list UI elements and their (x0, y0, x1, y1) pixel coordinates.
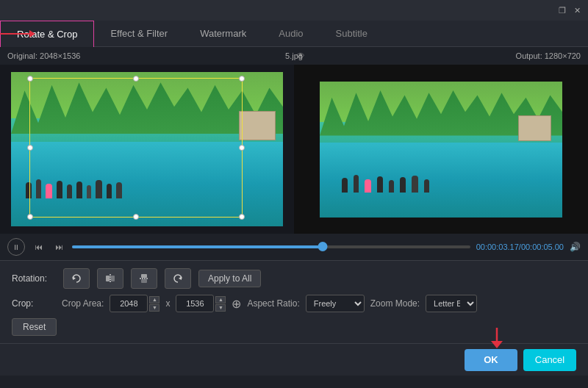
skip-start-button[interactable]: ⏮ (31, 240, 46, 254)
rotation-row: Rotation: (12, 268, 576, 289)
aspect-ratio-select[interactable]: Freely 16:9 4:3 1:1 (306, 295, 365, 312)
bottom-bar: OK Cancel (0, 343, 588, 376)
preview-right (294, 65, 588, 234)
crop-frame[interactable] (29, 78, 243, 218)
svg-rect-4 (111, 276, 115, 281)
crop-height-group: ▲ ▼ (176, 295, 226, 312)
zoom-mode-select[interactable]: Letter Box Pan & Scan Full (426, 295, 477, 312)
title-bar: ❐ ✕ (0, 0, 588, 21)
crop-handle-tc[interactable] (133, 76, 139, 82)
close-button[interactable]: ✕ (572, 5, 582, 15)
crop-height-spinner: ▲ ▼ (215, 296, 226, 312)
preview-area (0, 65, 588, 234)
crop-width-group: ▲ ▼ (110, 295, 159, 312)
progress-handle[interactable] (318, 242, 328, 251)
rotation-label: Rotation: (12, 273, 56, 284)
svg-marker-11 (491, 341, 503, 348)
crop-handle-tl[interactable] (27, 76, 33, 82)
crop-handle-tr[interactable] (239, 76, 245, 82)
flip-horizontal-button[interactable] (97, 268, 123, 289)
restore-button[interactable]: ❐ (557, 5, 567, 15)
reset-button[interactable]: Reset (12, 318, 57, 336)
progress-bar[interactable] (72, 245, 470, 248)
svg-rect-3 (106, 276, 110, 281)
ok-arrow-indicator (488, 328, 506, 354)
aspect-ratio-label: Aspect Ratio: (247, 298, 299, 309)
apply-to-all-button[interactable]: Apply to All (198, 270, 261, 287)
zoom-mode-label: Zoom Mode: (370, 298, 420, 309)
playback-bar: ⏸ ⏮ ⏭ 00:00:03.17/00:00:05.00 🔊 (0, 234, 588, 260)
crop-height-down[interactable]: ▼ (215, 304, 226, 312)
crop-width-down[interactable]: ▼ (149, 304, 159, 312)
svg-marker-9 (179, 276, 182, 280)
cancel-button[interactable]: Cancel (523, 349, 576, 371)
separator: x (165, 298, 170, 309)
crop-handle-mr[interactable] (239, 145, 245, 151)
svg-rect-7 (141, 279, 147, 283)
crop-handle-bl[interactable] (27, 214, 33, 220)
tab-watermark[interactable]: Watermark (184, 21, 262, 46)
volume-icon[interactable]: 🔊 (570, 242, 581, 252)
svg-marker-2 (73, 276, 76, 280)
flip-vertical-button[interactable] (131, 268, 157, 289)
filename: 5.jpg (285, 51, 303, 60)
crop-height-input[interactable] (176, 295, 214, 312)
crop-handle-br[interactable] (239, 214, 245, 220)
svg-rect-6 (141, 274, 147, 278)
rotate-right-button[interactable] (165, 268, 191, 289)
step-forward-button[interactable]: ⏭ (51, 240, 66, 254)
tabs-bar: Rotate & Crop Effect & Filter Watermark … (0, 21, 588, 47)
crop-center-icon[interactable]: ⊕ (232, 297, 241, 311)
preview-left (0, 65, 294, 234)
info-bar: Original: 2048×1536 👁 5.jpg Output: 1280… (0, 47, 588, 65)
crop-height-up[interactable]: ▲ (215, 296, 226, 303)
crop-width-up[interactable]: ▲ (149, 296, 159, 303)
crop-row: Crop: Crop Area: ▲ ▼ x ▲ ▼ ⊕ Aspect Rati… (12, 295, 576, 312)
crop-area-label: Crop Area: (62, 298, 104, 309)
output-preview (320, 82, 562, 218)
crop-width-input[interactable] (110, 295, 148, 312)
crop-label: Crop: (12, 298, 56, 309)
svg-marker-1 (29, 30, 35, 37)
crop-handle-ml[interactable] (27, 145, 33, 151)
crop-handle-bc[interactable] (133, 214, 139, 220)
tab-effect-filter[interactable]: Effect & Filter (94, 21, 184, 46)
time-display: 00:00:03.17/00:00:05.00 (476, 242, 564, 251)
rotate-left-button[interactable] (63, 268, 90, 289)
crop-width-spinner: ▲ ▼ (149, 296, 159, 312)
original-resolution: Original: 2048×1536 (7, 51, 80, 60)
tab-audio[interactable]: Audio (262, 21, 319, 46)
tab-arrow-indicator (0, 26, 35, 43)
tab-subtitle[interactable]: Subtitle (320, 21, 384, 46)
progress-fill (72, 245, 323, 248)
output-resolution: Output: 1280×720 (516, 51, 581, 60)
play-pause-button[interactable]: ⏸ (7, 238, 25, 256)
